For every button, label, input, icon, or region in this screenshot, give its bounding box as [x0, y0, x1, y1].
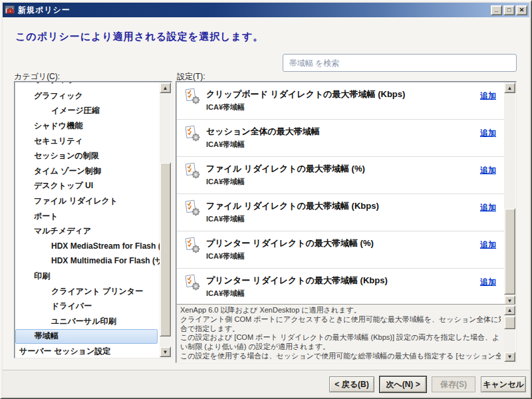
settings-scrollbar[interactable]: ▲ ▼ — [504, 82, 515, 306]
policy-setting-icon — [184, 200, 201, 216]
page-title: このポリシーにより適用される設定を選択します。 — [15, 31, 263, 43]
category-item-time-zone[interactable]: タイム ゾーン制御 — [15, 164, 160, 179]
category-item-server-session[interactable]: サーバー セッション設定 — [15, 344, 160, 357]
settings-scroll-thumb[interactable] — [504, 208, 515, 295]
add-link[interactable]: 追加 — [480, 239, 496, 251]
maximize-button[interactable]: □ — [503, 5, 515, 15]
next-button[interactable]: 次へ(N) > — [380, 376, 426, 392]
add-link[interactable]: 追加 — [480, 165, 496, 176]
setting-row[interactable]: ファイル リダイレクトの最大帯域幅 (Kbps) ICA¥帯域幅 追加 — [177, 194, 505, 231]
setting-path: ICA¥帯域幅 — [206, 177, 245, 187]
policy-setting-icon — [184, 162, 201, 179]
cancel-button[interactable]: キャンセル — [481, 376, 526, 392]
policy-setting-icon — [184, 237, 201, 253]
setting-row[interactable]: プリンター リダイレクトの最大帯域幅 (Kbps) ICA¥帯域幅 追加 — [177, 269, 505, 306]
settings-panel: クリップボード リダイレクトの最大帯域幅 (Kbps) ICA¥帯域幅 追加 セ… — [176, 81, 517, 363]
category-item-security[interactable]: セキュリティ — [15, 134, 160, 149]
category-item-label: オーディオ — [34, 82, 74, 86]
description-line: XenApp 6.0 以降および XenDesktop に適用されます。 — [180, 306, 501, 315]
description-line: この設定を使用する場合は、セッションで使用可能な総帯域幅の最大値も指定する [セ… — [180, 352, 501, 360]
settings-list: クリップボード リダイレクトの最大帯域幅 (Kbps) ICA¥帯域幅 追加 セ… — [177, 82, 505, 306]
save-button: 保存(S) — [432, 376, 475, 392]
category-item-label: 印刷 — [34, 271, 50, 282]
category-scroll-thumb[interactable] — [160, 162, 171, 336]
category-item-label: グラフィック — [34, 90, 83, 102]
setting-description: XenApp 6.0 以降および XenDesktop に適用されます。 クライ… — [177, 304, 515, 362]
category-item-client-printers[interactable]: クライアント プリンター — [15, 284, 160, 299]
category-scrollbar[interactable]: ▲ ▼ — [160, 82, 171, 357]
footer-bar: < 戻る(B) 次へ(N) > 保存(S) キャンセル — [3, 370, 529, 396]
category-item-session-limits[interactable]: セッションの制限 — [15, 148, 160, 164]
category-item-label: セッションの制限 — [34, 150, 99, 162]
add-link[interactable]: 追加 — [480, 90, 496, 102]
setting-title: クリップボード リダイレクトの最大帯域幅 (Kbps) — [206, 88, 405, 100]
policy-setting-icon — [184, 125, 201, 142]
category-item-image-compression[interactable]: イメージ圧縮 — [15, 104, 160, 119]
setting-path: ICA¥帯域幅 — [206, 251, 245, 261]
titlebar[interactable]: 新規ポリシー _ □ ✕ — [3, 3, 529, 17]
description-line: この設定および [COM ポート リダイレクトの最大帯域幅 (Kbps)] 設定… — [180, 333, 501, 342]
description-line: い制限 (より低い値) の設定が適用されます。 — [180, 342, 501, 352]
category-item-label: ファイル リダイレクト — [34, 196, 118, 207]
add-link[interactable]: 追加 — [480, 277, 496, 288]
category-item-shadowing[interactable]: シャドウ機能 — [15, 118, 160, 134]
category-item-label: シャドウ機能 — [34, 120, 82, 132]
setting-path: ICA¥帯域幅 — [206, 140, 245, 150]
category-item-bandwidth-selected[interactable]: 帯域幅 — [15, 329, 158, 344]
category-item-desktop-ui[interactable]: デスクトップ UI — [15, 179, 160, 194]
setting-title: ファイル リダイレクトの最大帯域幅 (Kbps) — [206, 200, 379, 212]
category-item-label: HDX Multimedia For Flash (サー… — [51, 255, 160, 267]
window-title: 新規ポリシー — [18, 5, 70, 16]
description-text: XenApp 6.0 以降および XenDesktop に適用されます。 クライ… — [180, 306, 501, 360]
category-item-label: ポート — [34, 211, 59, 222]
category-item-label: サーバー セッション設定 — [19, 346, 110, 357]
setting-row[interactable]: ファイル リダイレクトの最大帯域幅 (%) ICA¥帯域幅 追加 — [177, 157, 505, 194]
category-item-label: HDX MediaStream for Flash (クラ… — [51, 241, 160, 252]
category-item-universal-printing[interactable]: ユニバーサル印刷 — [15, 314, 160, 329]
category-item-label: マルチメディア — [34, 225, 91, 237]
setting-path: ICA¥帯域幅 — [206, 289, 245, 299]
setting-row[interactable]: クリップボード リダイレクトの最大帯域幅 (Kbps) ICA¥帯域幅 追加 — [177, 82, 505, 120]
category-item-file-redirect[interactable]: ファイル リダイレクト — [15, 194, 160, 209]
scroll-up-icon[interactable]: ▲ — [160, 82, 171, 93]
policy-setting-icon — [184, 274, 201, 291]
category-item-clipped[interactable]: オーディオ — [15, 82, 160, 88]
category-item-label: タイム ゾーン制御 — [34, 166, 101, 177]
close-button[interactable]: ✕ — [516, 5, 527, 15]
category-item-printing[interactable]: 印刷 — [15, 269, 160, 284]
setting-title: ファイル リダイレクトの最大帯域幅 (%) — [206, 163, 365, 175]
setting-title: プリンター リダイレクトの最大帯域幅 (%) — [206, 237, 374, 249]
setting-path: ICA¥帯域幅 — [206, 214, 245, 224]
dialog-body: このポリシーにより適用される設定を選択します。 カテゴリ(C): 設定(T): … — [3, 17, 529, 396]
scroll-up-icon[interactable]: ▲ — [504, 305, 515, 315]
category-item-hdx-multimedia[interactable]: HDX Multimedia For Flash (サー… — [15, 254, 160, 269]
category-item-graphics[interactable]: グラフィック — [15, 88, 160, 104]
search-input[interactable] — [283, 54, 517, 72]
category-item-label: セキュリティ — [34, 136, 83, 147]
back-button[interactable]: < 戻る(B) — [329, 376, 374, 392]
minimize-button[interactable]: _ — [491, 5, 502, 15]
maximize-icon: □ — [507, 7, 511, 13]
minimize-icon: _ — [495, 5, 499, 12]
setting-title: プリンター リダイレクトの最大帯域幅 (Kbps) — [206, 275, 388, 287]
add-link[interactable]: 追加 — [480, 128, 496, 139]
category-item-label: デスクトップ UI — [34, 180, 93, 192]
category-item-multimedia[interactable]: マルチメディア — [15, 223, 160, 239]
scroll-down-icon[interactable]: ▼ — [160, 346, 171, 357]
description-scroll-thumb[interactable] — [504, 316, 515, 329]
category-list: オーディオ グラフィック イメージ圧縮 シャドウ機能 セキュリティ セッションの… — [14, 81, 172, 358]
category-item-ports[interactable]: ポート — [15, 209, 160, 224]
scroll-up-icon[interactable]: ▲ — [504, 82, 515, 93]
category-item-hdx-mediastream[interactable]: HDX MediaStream for Flash (クラ… — [15, 239, 160, 254]
description-line: クライアント側 COM ポートにアクセスするときに使用可能な最大帯域幅を、セッシ… — [180, 315, 501, 325]
description-scrollbar[interactable]: ▲ ▼ — [504, 305, 515, 362]
app-icon — [5, 5, 15, 15]
category-item-drivers[interactable]: ドライバー — [15, 299, 160, 314]
category-item-label: 帯域幅 — [35, 331, 59, 342]
new-policy-dialog: 新規ポリシー _ □ ✕ このポリシーにより適用される設定を選択します。 カテゴ… — [0, 0, 532, 399]
setting-row[interactable]: セッション全体の最大帯域幅 ICA¥帯域幅 追加 — [177, 120, 505, 157]
setting-title: セッション全体の最大帯域幅 — [206, 126, 320, 138]
scroll-down-icon[interactable]: ▼ — [504, 352, 515, 362]
setting-row[interactable]: プリンター リダイレクトの最大帯域幅 (%) ICA¥帯域幅 追加 — [177, 231, 505, 269]
add-link[interactable]: 追加 — [480, 202, 496, 213]
